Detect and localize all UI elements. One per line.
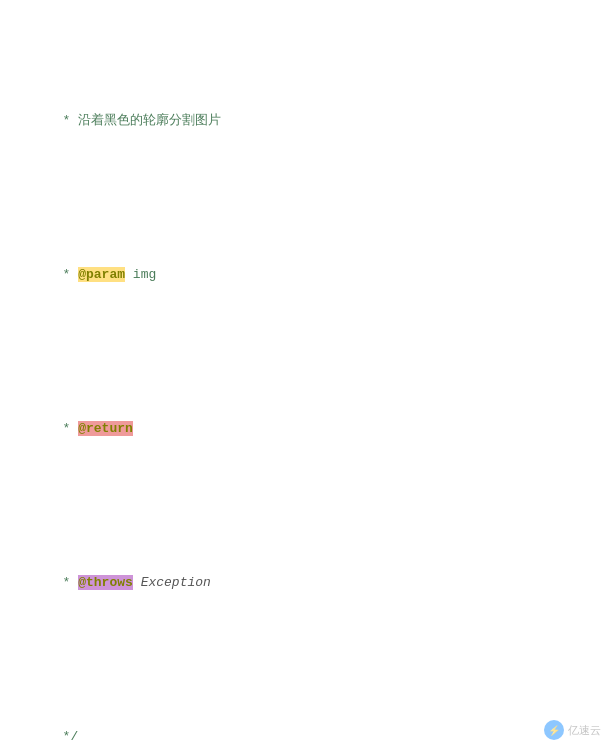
code-line-4: * @throws Exception bbox=[0, 550, 609, 616]
code-line-5: */ bbox=[0, 704, 609, 748]
code-line-3: * @return bbox=[0, 396, 609, 462]
comment-param-text: img bbox=[125, 267, 156, 282]
comment-star3: * bbox=[55, 575, 78, 590]
watermark-logo: ⚡ 亿速云 bbox=[544, 720, 601, 740]
logo-icon: ⚡ bbox=[544, 720, 564, 740]
watermark-text: 亿速云 bbox=[568, 723, 601, 738]
comment-end: */ bbox=[55, 729, 78, 744]
code-line-2: * @param img bbox=[0, 242, 609, 308]
comment-text: * 沿着黑色的轮廓分割图片 bbox=[55, 113, 221, 128]
code-container: * 沿着黑色的轮廓分割图片 * @param img * @return * @… bbox=[0, 0, 609, 748]
comment-star2: * bbox=[55, 421, 78, 436]
comment-star: * bbox=[55, 267, 78, 282]
code-line-1: * 沿着黑色的轮廓分割图片 bbox=[0, 88, 609, 154]
watermark: ⚡ 亿速云 bbox=[544, 720, 601, 740]
exception-text: Exception bbox=[133, 575, 211, 590]
annotation-return: @return bbox=[78, 421, 133, 436]
code-block: * 沿着黑色的轮廓分割图片 * @param img * @return * @… bbox=[0, 0, 609, 748]
annotation-throws: @throws bbox=[78, 575, 133, 590]
annotation-param: @param bbox=[78, 267, 125, 282]
